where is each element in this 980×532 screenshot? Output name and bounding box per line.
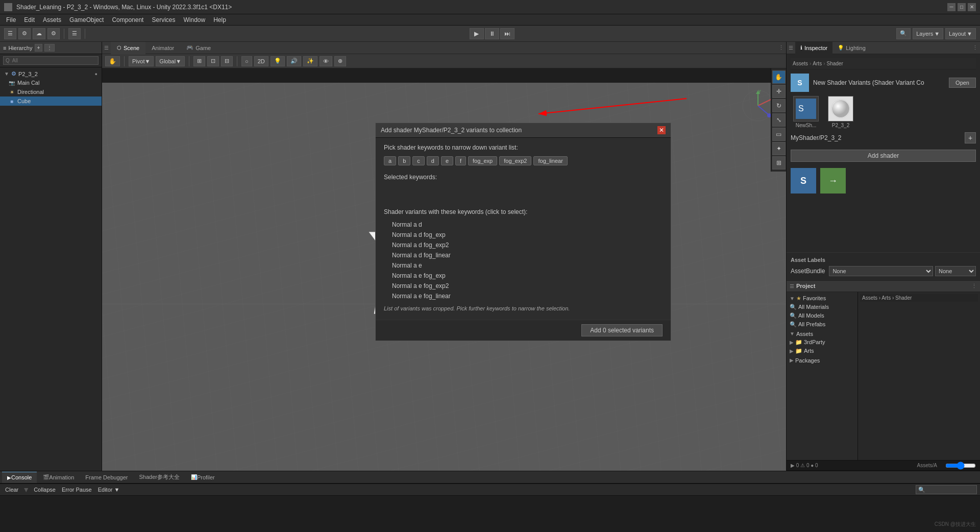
variant-normal-a-d-fog-exp[interactable]: Normal a d fog_exp bbox=[384, 230, 663, 240]
hand-scene-btn[interactable]: ✋ bbox=[105, 56, 120, 66]
size-slider[interactable] bbox=[945, 463, 976, 469]
custom-tool-btn[interactable]: ✦ bbox=[772, 142, 786, 155]
menu-file[interactable]: File bbox=[2, 15, 20, 25]
inspector-tab[interactable]: ℹ Inspector bbox=[795, 42, 832, 54]
shader-item-arrow[interactable]: → bbox=[820, 168, 846, 194]
hand-tool[interactable]: ☰ bbox=[4, 28, 16, 39]
proj-3rdparty[interactable]: ▶ 📁 3rdParty bbox=[787, 338, 857, 347]
maximize-button[interactable]: □ bbox=[958, 3, 966, 11]
assetbundle-select[interactable]: None bbox=[829, 266, 933, 276]
search-btn[interactable]: 🔍 bbox=[896, 28, 911, 39]
rect-tool-btn[interactable]: ▭ bbox=[772, 128, 786, 141]
keyword-chip-b[interactable]: b bbox=[398, 156, 410, 165]
proj-all-materials[interactable]: 🔍 All Materials bbox=[787, 303, 857, 311]
pause-button[interactable]: ⏸ bbox=[485, 28, 499, 39]
keyword-chip-d[interactable]: d bbox=[427, 156, 439, 165]
close-button[interactable]: ✕ bbox=[968, 3, 976, 11]
variant-normal-a-e[interactable]: Normal a e bbox=[384, 260, 663, 271]
dialog-close-button[interactable]: ✕ bbox=[657, 126, 666, 134]
right-panel-more[interactable]: ⋮ bbox=[972, 44, 980, 51]
hand-tool-btn[interactable]: ✋ bbox=[772, 70, 786, 84]
variant-normal-a-e-fog-exp[interactable]: Normal a e fog_exp bbox=[384, 271, 663, 281]
menu-edit[interactable]: Edit bbox=[20, 15, 39, 25]
scene-tab-animator[interactable]: Animator bbox=[145, 42, 180, 54]
global-btn[interactable]: Global ▼ bbox=[156, 56, 185, 66]
error-pause-button[interactable]: Error Pause bbox=[60, 486, 94, 493]
menu-component[interactable]: Component bbox=[108, 15, 148, 25]
scale-tool-btn[interactable]: ⤡ bbox=[772, 113, 786, 127]
menu-assets[interactable]: Assets bbox=[39, 15, 65, 25]
keyword-chip-e[interactable]: e bbox=[441, 156, 453, 165]
editor-dropdown[interactable]: Editor ▼ bbox=[96, 486, 122, 493]
circle-btn[interactable]: ○ bbox=[241, 56, 252, 66]
shader-item-s[interactable]: S bbox=[791, 168, 816, 194]
layers-btn[interactable]: Layers ▼ bbox=[913, 28, 943, 39]
transform-toggle[interactable]: ⚙ bbox=[18, 28, 31, 39]
scene-tab-game[interactable]: 🎮 Game bbox=[180, 42, 217, 54]
keyword-chip-c[interactable]: c bbox=[412, 156, 425, 165]
keyword-chip-a[interactable]: a bbox=[384, 156, 396, 165]
keyword-chip-fog-linear[interactable]: fog_linear bbox=[533, 156, 567, 165]
profiler-tab[interactable]: 📊 Profiler bbox=[186, 472, 220, 483]
step-button[interactable]: ⏭ bbox=[500, 28, 514, 39]
minimize-button[interactable]: ─ bbox=[947, 3, 955, 11]
variant-normal-a-d-fog-exp2[interactable]: Normal a d fog_exp2 bbox=[384, 240, 663, 250]
console-tab[interactable]: ▶ Console bbox=[2, 472, 37, 483]
hierarchy-item-scene[interactable]: ▼ ⚙ P2_3_2 ● bbox=[0, 69, 102, 78]
add-shader-icon-btn[interactable]: + bbox=[965, 132, 976, 143]
open-button[interactable]: Open bbox=[949, 78, 976, 88]
scene-more-btn[interactable]: ⋮ bbox=[778, 44, 784, 51]
hidden-obj-btn[interactable]: 👁 bbox=[320, 56, 332, 66]
settings-btn[interactable]: ⚙ bbox=[47, 28, 60, 39]
hierarchy-search[interactable] bbox=[3, 56, 99, 65]
keyword-chip-fog-exp[interactable]: fog_exp bbox=[468, 156, 497, 165]
layout-btn[interactable]: Layout ▼ bbox=[945, 28, 976, 39]
scene-tab-scene[interactable]: ⬡ Scene bbox=[111, 42, 145, 54]
menu-gameobject[interactable]: GameObject bbox=[65, 15, 108, 25]
lighting-tab[interactable]: 💡 Lighting bbox=[832, 42, 871, 54]
2d-btn[interactable]: 2D bbox=[254, 56, 268, 66]
variant-normal-a-e-fog-exp2[interactable]: Normal a e fog_exp2 bbox=[384, 281, 663, 291]
hierarchy-add-btn[interactable]: + bbox=[35, 44, 43, 52]
hierarchy-more-btn[interactable]: ⋮ bbox=[44, 44, 55, 52]
keyword-chip-f[interactable]: f bbox=[455, 156, 466, 165]
rotate-tool-btn[interactable]: ↻ bbox=[772, 99, 786, 112]
proj-all-models[interactable]: 🔍 All Models bbox=[787, 311, 857, 320]
hierarchy-item-cube[interactable]: ■ Cube bbox=[0, 96, 102, 106]
cloud-btn[interactable]: ☁ bbox=[33, 28, 45, 39]
scene-vis-btn[interactable]: ⊕ bbox=[334, 56, 346, 66]
hierarchy-item-maincam[interactable]: 📷 Main Cal bbox=[0, 78, 102, 87]
shader-ref-tab[interactable]: Shader参考大全 bbox=[134, 472, 184, 483]
inspector-tab-icon: ℹ bbox=[800, 45, 802, 51]
proj-all-prefabs[interactable]: 🔍 All Prefabs bbox=[787, 320, 857, 329]
hierarchy-add[interactable]: ☰ bbox=[68, 28, 81, 39]
variant-normal-a-d[interactable]: Normal a d bbox=[384, 220, 663, 230]
play-button[interactable]: ▶ bbox=[470, 28, 484, 39]
variant-normal-a-e-fog-linear[interactable]: Normal a e fog_linear bbox=[384, 291, 663, 301]
fx-btn[interactable]: ✨ bbox=[303, 56, 317, 66]
audio-btn[interactable]: 🔊 bbox=[287, 56, 301, 66]
variant-normal-a-d-fog-linear[interactable]: Normal a d fog_linear bbox=[384, 250, 663, 260]
animation-tab[interactable]: 🎬 Animation bbox=[38, 472, 79, 483]
menu-help[interactable]: Help bbox=[209, 15, 230, 25]
proj-arts[interactable]: ▶ 📁 Arts bbox=[787, 347, 857, 355]
snap-btn[interactable]: ⊡ bbox=[207, 56, 219, 66]
hierarchy-item-directional[interactable]: ☀ Directional bbox=[0, 87, 102, 96]
frame-debugger-tab[interactable]: Frame Debugger bbox=[80, 472, 133, 483]
clear-button[interactable]: Clear bbox=[3, 486, 20, 493]
assetbundle-select-2[interactable]: None bbox=[935, 266, 976, 276]
move-tool-btn[interactable]: ✛ bbox=[772, 85, 786, 98]
menu-window[interactable]: Window bbox=[179, 15, 209, 25]
light-toggle[interactable]: 💡 bbox=[271, 56, 285, 66]
add-selected-button[interactable]: Add 0 selected variants bbox=[581, 324, 663, 336]
collapse-button[interactable]: Collapse bbox=[32, 486, 58, 493]
grid-btn[interactable]: ⊞ bbox=[193, 56, 205, 66]
align-btn[interactable]: ⊟ bbox=[221, 56, 233, 66]
keyword-chip-fog-exp2[interactable]: fog_exp2 bbox=[499, 156, 531, 165]
console-search[interactable] bbox=[916, 485, 977, 494]
add-shader-button[interactable]: Add shader bbox=[791, 150, 976, 162]
project-more-btn[interactable]: ⋮ bbox=[971, 283, 977, 289]
menu-services[interactable]: Services bbox=[148, 15, 179, 25]
extra-tool-btn[interactable]: ⊞ bbox=[772, 156, 786, 170]
pivot-btn[interactable]: Pivot ▼ bbox=[129, 56, 154, 66]
